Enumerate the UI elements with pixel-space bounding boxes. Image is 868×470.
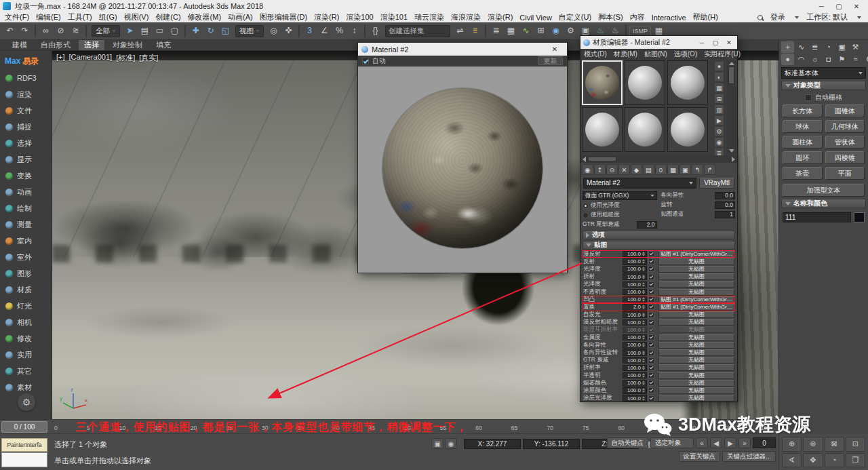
- orbit-icon[interactable]: ◔: [825, 453, 844, 468]
- map-button[interactable]: 贴图 #1 (DirtyCornerWithGraffiti…): [658, 296, 734, 303]
- go-forward-sibling-icon[interactable]: ↱: [704, 164, 715, 175]
- spinner-arrows-icon[interactable]: [642, 282, 646, 288]
- map-enable-checkbox[interactable]: [648, 342, 654, 348]
- menu-item[interactable]: 渲染100: [342, 12, 376, 22]
- spinner-arrows-icon[interactable]: [642, 267, 646, 272]
- spinner-arrows-icon[interactable]: [642, 388, 646, 393]
- menu-item[interactable]: 渲染(R): [311, 12, 342, 22]
- object-type-button[interactable]: 圆柱体: [783, 136, 823, 149]
- map-button[interactable]: 无贴图: [658, 364, 734, 371]
- map-amount-spinner[interactable]: 100.0: [623, 266, 647, 273]
- map-button[interactable]: 无贴图: [658, 372, 734, 379]
- spinner-arrows-icon[interactable]: [642, 335, 646, 340]
- maximize-button[interactable]: ▢: [830, 3, 848, 10]
- modify-tab[interactable]: ∿: [795, 41, 808, 53]
- sidebar-item[interactable]: 变换: [0, 168, 52, 184]
- map-button[interactable]: 无贴图: [658, 326, 734, 333]
- menu-item[interactable]: 组(G): [96, 12, 121, 22]
- spinner-arrows-icon[interactable]: [642, 366, 646, 371]
- go-to-end-button[interactable]: »: [738, 437, 751, 448]
- map-amount-spinner[interactable]: 100.0: [623, 319, 647, 326]
- map-amount-spinner[interactable]: 100.0: [623, 296, 647, 303]
- maxscript-mini-listener[interactable]: [1, 452, 47, 467]
- map-button[interactable]: 贴图 #1 (DirtyCornerWithGraffiti…): [658, 251, 734, 258]
- material-sample-slot[interactable]: [667, 60, 708, 105]
- gtr-falloff-spinner[interactable]: 2.0: [637, 221, 657, 229]
- map-amount-spinner[interactable]: 100.0: [623, 273, 647, 280]
- material-editor-menu-item[interactable]: 材质(M): [610, 50, 641, 59]
- minimize-icon[interactable]: ─: [696, 39, 707, 46]
- sidebar-item[interactable]: 渲染: [0, 86, 52, 102]
- spinner-arrows-icon[interactable]: [642, 252, 646, 257]
- assign-material-icon[interactable]: ⊙: [606, 164, 618, 175]
- menu-item[interactable]: 内容: [627, 12, 648, 22]
- get-material-icon[interactable]: ◉: [582, 164, 593, 175]
- material-editor-titlebar[interactable]: 材质编辑器 - Material #2 ─ ▢ ✕: [580, 36, 737, 49]
- anisotropy-spinner[interactable]: 0.0: [715, 192, 735, 199]
- menu-item[interactable]: 视图(V): [121, 12, 153, 22]
- map-amount-spinner[interactable]: 100.0: [623, 387, 647, 394]
- spinner-arrows-icon[interactable]: [642, 305, 646, 310]
- pan-icon[interactable]: ✥: [803, 453, 823, 468]
- hierarchy-tab[interactable]: ≣: [808, 41, 821, 53]
- put-to-scene-icon[interactable]: ↥: [594, 164, 606, 175]
- menu-item[interactable]: 渲染101: [377, 12, 411, 22]
- undo-icon[interactable]: ↶: [3, 24, 17, 38]
- map-amount-spinner[interactable]: 100.0: [623, 327, 647, 334]
- ribbon-tab[interactable]: 建模: [7, 40, 33, 50]
- sample-tiling-icon[interactable]: ⊞: [714, 94, 724, 104]
- coordinate-x-field[interactable]: X: 32.277: [464, 439, 521, 449]
- map-amount-spinner[interactable]: 100.0: [623, 380, 647, 387]
- systems-category[interactable]: ⚙: [863, 54, 868, 65]
- sample-type-icon[interactable]: ●: [714, 61, 724, 71]
- map-enable-checkbox[interactable]: [648, 258, 654, 265]
- maps-rollout[interactable]: 贴图: [583, 241, 735, 250]
- map-button[interactable]: 贴图 #1 (DirtyCornerWithGraffiti…): [658, 304, 734, 311]
- material-name-dropdown[interactable]: Material #2: [583, 178, 696, 189]
- menu-item[interactable]: 瑞云渲染: [411, 12, 448, 22]
- menu-item[interactable]: 海浪渲染: [448, 12, 484, 22]
- cameras-category[interactable]: ◘: [822, 54, 835, 65]
- spinner-arrows-icon[interactable]: [642, 380, 646, 386]
- close-button[interactable]: ✕: [848, 3, 865, 10]
- object-type-rollout[interactable]: 对象类型: [781, 81, 866, 90]
- go-to-parent-icon[interactable]: ↰: [692, 164, 703, 175]
- motion-tab[interactable]: ◔: [822, 41, 835, 53]
- maxscript-listener-tab[interactable]: PainterInterfa: [1, 438, 47, 452]
- object-type-button[interactable]: 长方体: [783, 104, 823, 117]
- rect-select-icon[interactable]: ▭: [153, 24, 167, 38]
- fov-icon[interactable]: ∢: [782, 453, 802, 468]
- sidebar-item[interactable]: 测量: [0, 216, 52, 233]
- crossing-select-icon[interactable]: ▢: [167, 24, 182, 38]
- shapes-category[interactable]: ◠: [795, 54, 808, 65]
- sample-slots-hscrollbar[interactable]: [580, 155, 737, 163]
- map-amount-spinner[interactable]: 100.0: [623, 357, 647, 364]
- spinner-arrows-icon[interactable]: [642, 373, 646, 378]
- time-slider-handle[interactable]: 0 / 100: [1, 421, 47, 433]
- percent-snap-icon[interactable]: %: [332, 24, 347, 38]
- auto-key-button[interactable]: 自动关键点: [607, 437, 649, 448]
- backlight-icon[interactable]: ◐: [714, 72, 724, 82]
- reset-map-icon[interactable]: ✕: [618, 164, 630, 175]
- mirror-icon[interactable]: ⇌: [453, 24, 467, 38]
- map-enable-checkbox[interactable]: [648, 312, 654, 318]
- map-enable-checkbox[interactable]: [648, 395, 654, 402]
- map-channel-spinner[interactable]: 1: [715, 211, 735, 218]
- menu-item[interactable]: 编辑(E): [33, 12, 64, 22]
- snap-3d-icon[interactable]: 3: [302, 24, 317, 38]
- put-to-library-icon[interactable]: ▤: [643, 164, 654, 175]
- material-editor-menu-item[interactable]: 模式(D): [580, 50, 610, 59]
- map-button[interactable]: 无贴图: [658, 289, 734, 296]
- workspace-selector[interactable]: 工作区: 默认: [803, 12, 851, 22]
- object-type-button[interactable]: 平面: [825, 167, 865, 180]
- scrollbar-thumb[interactable]: [588, 157, 616, 161]
- auto-update-checkbox[interactable]: [362, 58, 369, 64]
- minimize-button[interactable]: ─: [812, 3, 830, 10]
- menu-item[interactable]: 文件(F): [1, 12, 33, 22]
- redo-icon[interactable]: ↷: [18, 24, 32, 38]
- sidebar-item[interactable]: 显示: [0, 151, 52, 168]
- menu-item[interactable]: 工具(T): [64, 12, 96, 22]
- show-map-in-viewport-icon[interactable]: ▦: [667, 164, 679, 175]
- selection-lock-toggle[interactable]: ◉: [445, 438, 457, 449]
- viewport-menu-plus[interactable]: [+]: [56, 53, 65, 63]
